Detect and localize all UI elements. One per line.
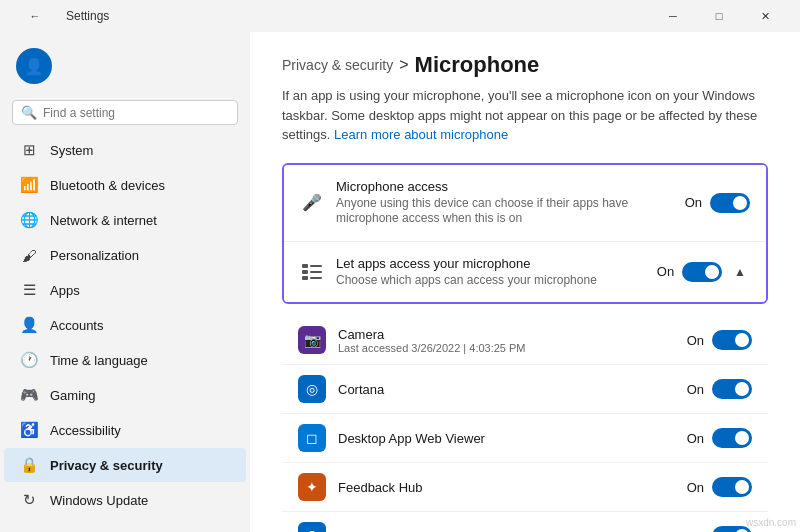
camera-last-accessed: Last accessed 3/26/2022 | 4:03:25 PM xyxy=(338,342,675,354)
sidebar-item-label: Network & internet xyxy=(50,213,157,228)
back-button[interactable]: ← xyxy=(12,0,58,32)
minimize-button[interactable]: ─ xyxy=(650,0,696,32)
network-icon: 🌐 xyxy=(20,211,38,229)
microphone-icon: 🎤 xyxy=(300,191,324,215)
desktop-web-viewer-control: On xyxy=(687,428,752,448)
apps-access-icon xyxy=(300,260,324,284)
cortana-app-name: Cortana xyxy=(338,382,675,397)
accessibility-icon: ♿ xyxy=(20,421,38,439)
search-icon: 🔍 xyxy=(21,105,37,120)
accounts-icon: 👤 xyxy=(20,316,38,334)
svg-rect-1 xyxy=(302,270,308,274)
let-apps-access-row: Let apps access your microphone Choose w… xyxy=(284,242,766,303)
bluetooth-icon: 📶 xyxy=(20,176,38,194)
sidebar-item-label: Apps xyxy=(50,283,80,298)
sidebar-item-accounts[interactable]: 👤 Accounts xyxy=(4,308,246,342)
desktop-web-viewer-text: Desktop App Web Viewer xyxy=(338,431,675,446)
title-bar-title: Settings xyxy=(66,9,109,23)
desktop-web-viewer-name: Desktop App Web Viewer xyxy=(338,431,675,446)
app-list: 📷 Camera Last accessed 3/26/2022 | 4:03:… xyxy=(282,316,768,532)
close-button[interactable]: ✕ xyxy=(742,0,788,32)
app-row-feedback-hub: ✦ Feedback Hub On xyxy=(282,463,768,512)
let-apps-access-text: Let apps access your microphone Choose w… xyxy=(336,256,645,289)
windows-update-icon: ↻ xyxy=(20,491,38,509)
title-bar: ← Settings ─ □ ✕ xyxy=(0,0,800,32)
breadcrumb-parent: Privacy & security xyxy=(282,57,393,73)
svg-rect-3 xyxy=(310,265,322,267)
microphone-access-text: Microphone access Anyone using this devi… xyxy=(336,179,673,227)
desktop-web-viewer-status: On xyxy=(687,431,704,446)
app-row-camera: 📷 Camera Last accessed 3/26/2022 | 4:03:… xyxy=(282,316,768,365)
cortana-app-text: Cortana xyxy=(338,382,675,397)
microphone-access-desc: Anyone using this device can choose if t… xyxy=(336,196,673,227)
camera-toggle[interactable] xyxy=(712,330,752,350)
system-icon: ⊞ xyxy=(20,141,38,159)
learn-more-link[interactable]: Learn more about microphone xyxy=(334,127,508,142)
sidebar-item-network[interactable]: 🌐 Network & internet xyxy=(4,203,246,237)
cortana-toggle[interactable] xyxy=(712,379,752,399)
feedback-hub-toggle[interactable] xyxy=(712,477,752,497)
camera-app-name: Camera xyxy=(338,327,675,342)
let-apps-access-title: Let apps access your microphone xyxy=(336,256,645,271)
sidebar-item-gaming[interactable]: 🎮 Gaming xyxy=(4,378,246,412)
microphone-access-title: Microphone access xyxy=(336,179,673,194)
sidebar-item-apps[interactable]: ☰ Apps xyxy=(4,273,246,307)
search-box[interactable]: 🔍 xyxy=(12,100,238,125)
sidebar-item-time[interactable]: 🕐 Time & language xyxy=(4,343,246,377)
feedback-hub-name: Feedback Hub xyxy=(338,480,675,495)
maximize-button[interactable]: □ xyxy=(696,0,742,32)
app-row-desktop-web-viewer: ◻ Desktop App Web Viewer On xyxy=(282,414,768,463)
title-bar-left: ← Settings xyxy=(12,0,109,32)
sidebar-item-label: Bluetooth & devices xyxy=(50,178,165,193)
sidebar-item-privacy[interactable]: 🔒 Privacy & security xyxy=(4,448,246,482)
sidebar: 👤 🔍 ⊞ System 📶 Bluetooth & devices 🌐 Net… xyxy=(0,32,250,532)
microphone-access-toggle[interactable] xyxy=(710,193,750,213)
search-input[interactable] xyxy=(43,106,229,120)
feedback-hub-status: On xyxy=(687,480,704,495)
sidebar-item-windows-update[interactable]: ↻ Windows Update xyxy=(4,483,246,517)
svg-rect-5 xyxy=(310,277,322,279)
app-row-cortana: ◎ Cortana On xyxy=(282,365,768,414)
sidebar-item-bluetooth[interactable]: 📶 Bluetooth & devices xyxy=(4,168,246,202)
sidebar-item-system[interactable]: ⊞ System xyxy=(4,133,246,167)
camera-app-icon: 📷 xyxy=(298,326,326,354)
app-container: 👤 🔍 ⊞ System 📶 Bluetooth & devices 🌐 Net… xyxy=(0,32,800,532)
sidebar-item-label: Accessibility xyxy=(50,423,121,438)
app-row-get-help: ? Get Help On xyxy=(282,512,768,532)
sidebar-item-label: Accounts xyxy=(50,318,103,333)
avatar: 👤 xyxy=(16,48,52,84)
main-content: Privacy & security > Microphone If an ap… xyxy=(250,32,800,532)
let-apps-access-desc: Choose which apps can access your microp… xyxy=(336,273,645,289)
watermark: wsxdn.com xyxy=(746,517,796,528)
time-icon: 🕐 xyxy=(20,351,38,369)
let-apps-chevron[interactable]: ▲ xyxy=(730,263,750,281)
sidebar-item-label: Windows Update xyxy=(50,493,148,508)
microphone-access-status: On xyxy=(685,195,702,210)
let-apps-access-control: On ▲ xyxy=(657,262,750,282)
personalization-icon: 🖌 xyxy=(20,246,38,264)
feedback-hub-control: On xyxy=(687,477,752,497)
apps-icon: ☰ xyxy=(20,281,38,299)
desktop-web-viewer-icon: ◻ xyxy=(298,424,326,452)
page-description: If an app is using your microphone, you'… xyxy=(282,86,762,145)
svg-rect-4 xyxy=(310,271,322,273)
microphone-access-control: On xyxy=(685,193,750,213)
sidebar-item-label: Gaming xyxy=(50,388,96,403)
sidebar-item-label: Time & language xyxy=(50,353,148,368)
cortana-app-icon: ◎ xyxy=(298,375,326,403)
camera-control: On xyxy=(687,330,752,350)
desktop-web-viewer-toggle[interactable] xyxy=(712,428,752,448)
breadcrumb: Privacy & security > Microphone xyxy=(282,52,768,78)
sidebar-item-label: System xyxy=(50,143,93,158)
let-apps-access-status: On xyxy=(657,264,674,279)
sidebar-item-personalization[interactable]: 🖌 Personalization xyxy=(4,238,246,272)
camera-status: On xyxy=(687,333,704,348)
feedback-hub-text: Feedback Hub xyxy=(338,480,675,495)
sidebar-item-accessibility[interactable]: ♿ Accessibility xyxy=(4,413,246,447)
microphone-access-row: 🎤 Microphone access Anyone using this de… xyxy=(284,165,766,242)
settings-box: 🎤 Microphone access Anyone using this de… xyxy=(282,163,768,305)
let-apps-access-toggle[interactable] xyxy=(682,262,722,282)
cortana-status: On xyxy=(687,382,704,397)
get-help-icon: ? xyxy=(298,522,326,532)
title-bar-controls: ─ □ ✕ xyxy=(650,0,788,32)
